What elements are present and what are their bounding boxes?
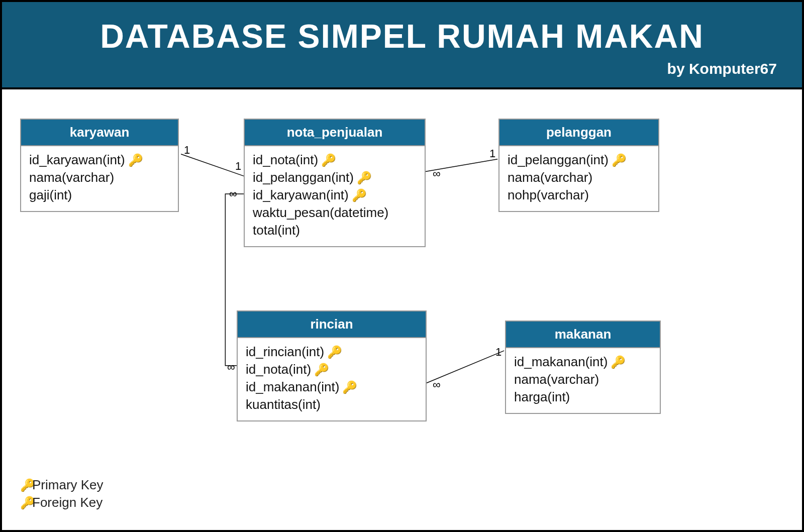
cardinality-label: 1 <box>183 144 191 157</box>
field-row: id_makanan(int) 🔑 <box>246 378 418 396</box>
key-icon: 🔑 <box>611 356 620 368</box>
field-row: id_pelanggan(int) 🔑 <box>508 151 650 169</box>
field-row: id_rincian(int) 🔑 <box>246 343 418 361</box>
key-icon: 🔑 <box>321 154 330 166</box>
entity-title: makanan <box>506 322 660 348</box>
field-text: gaji(int) <box>29 186 72 204</box>
key-icon: 🔑 <box>128 154 137 166</box>
key-icon: 🔑 <box>20 497 29 509</box>
field-text: id_makanan(int) <box>514 353 608 371</box>
field-row: nama(varchar) <box>508 169 650 186</box>
key-icon: 🔑 <box>20 479 29 491</box>
field-text: harga(int) <box>514 388 570 406</box>
entity-fields: id_pelanggan(int) 🔑 nama(varchar) nohp(v… <box>499 146 658 211</box>
entity-karyawan: karyawan id_karyawan(int) 🔑 nama(varchar… <box>20 119 179 212</box>
field-text: id_rincian(int) <box>246 343 324 361</box>
cardinality-label: 1 <box>488 147 496 160</box>
field-row: harga(int) <box>514 388 652 406</box>
field-row: nama(varchar) <box>29 169 170 186</box>
legend: 🔑 Primary Key 🔑 Foreign Key <box>20 475 104 512</box>
field-text: id_makanan(int) <box>246 378 339 396</box>
field-text: nohp(varchar) <box>508 186 589 204</box>
entity-title: karyawan <box>21 120 178 146</box>
field-row: id_pelanggan(int) 🔑 <box>253 169 417 186</box>
field-row: id_makanan(int) 🔑 <box>514 353 652 371</box>
legend-label: Primary Key <box>32 477 104 493</box>
entity-fields: id_nota(int) 🔑 id_pelanggan(int) 🔑 id_ka… <box>245 146 425 246</box>
entity-pelanggan: pelanggan id_pelanggan(int) 🔑 nama(varch… <box>498 119 659 212</box>
field-text: kuantitas(int) <box>246 396 321 413</box>
diagram-title: DATABASE SIMPEL RUMAH MAKAN <box>27 17 777 55</box>
entity-fields: id_karyawan(int) 🔑 nama(varchar) gaji(in… <box>21 146 178 211</box>
field-text: nama(varchar) <box>29 169 114 186</box>
cardinality-label: 1 <box>494 346 502 359</box>
cardinality-label: ∞ <box>432 167 442 180</box>
legend-row: 🔑 Foreign Key <box>20 495 104 510</box>
field-text: nama(varchar) <box>514 371 599 388</box>
field-text: id_pelanggan(int) <box>253 169 354 186</box>
field-text: id_karyawan(int) <box>253 186 349 204</box>
entity-fields: id_rincian(int) 🔑 id_nota(int) 🔑 id_maka… <box>238 338 426 420</box>
key-icon: 🔑 <box>327 346 336 358</box>
legend-row: 🔑 Primary Key <box>20 477 104 493</box>
field-row: kuantitas(int) <box>246 396 418 413</box>
field-text: id_nota(int) <box>253 151 318 169</box>
entity-title: pelanggan <box>499 120 658 146</box>
entity-rincian: rincian id_rincian(int) 🔑 id_nota(int) 🔑… <box>237 310 427 421</box>
cardinality-label: ∞ <box>228 187 238 200</box>
entity-title: rincian <box>238 311 426 338</box>
entity-makanan: makanan id_makanan(int) 🔑 nama(varchar) … <box>505 321 661 414</box>
field-text: id_karyawan(int) <box>29 151 125 169</box>
field-row: id_karyawan(int) 🔑 <box>253 186 417 204</box>
field-text: id_pelanggan(int) <box>508 151 609 169</box>
entity-nota-penjualan: nota_penjualan id_nota(int) 🔑 id_pelangg… <box>244 119 426 247</box>
key-icon: 🔑 <box>352 189 361 201</box>
field-row: total(int) <box>253 222 417 239</box>
entity-fields: id_makanan(int) 🔑 nama(varchar) harga(in… <box>506 348 660 413</box>
field-row: nama(varchar) <box>514 371 652 388</box>
field-text: waktu_pesan(datetime) <box>253 204 388 222</box>
diagram-author: by Komputer67 <box>27 60 777 77</box>
header: DATABASE SIMPEL RUMAH MAKAN by Komputer6… <box>2 2 802 89</box>
entity-title: nota_penjualan <box>245 120 425 146</box>
field-text: total(int) <box>253 222 300 239</box>
field-row: gaji(int) <box>29 186 170 204</box>
field-row: nohp(varchar) <box>508 186 650 204</box>
field-row: id_karyawan(int) 🔑 <box>29 151 170 169</box>
key-icon: 🔑 <box>314 364 323 376</box>
field-text: nama(varchar) <box>508 169 592 186</box>
key-icon: 🔑 <box>342 381 351 393</box>
field-row: waktu_pesan(datetime) <box>253 204 417 222</box>
field-text: id_nota(int) <box>246 361 311 378</box>
diagram-canvas: karyawan id_karyawan(int) 🔑 nama(varchar… <box>2 89 802 514</box>
cardinality-label: 1 <box>234 160 242 173</box>
key-icon: 🔑 <box>612 154 621 166</box>
field-row: id_nota(int) 🔑 <box>246 361 418 378</box>
field-row: id_nota(int) 🔑 <box>253 151 417 169</box>
legend-label: Foreign Key <box>32 495 103 510</box>
cardinality-label: ∞ <box>226 361 236 374</box>
key-icon: 🔑 <box>357 172 366 184</box>
cardinality-label: ∞ <box>432 378 442 391</box>
diagram-frame: DATABASE SIMPEL RUMAH MAKAN by Komputer6… <box>0 0 804 532</box>
